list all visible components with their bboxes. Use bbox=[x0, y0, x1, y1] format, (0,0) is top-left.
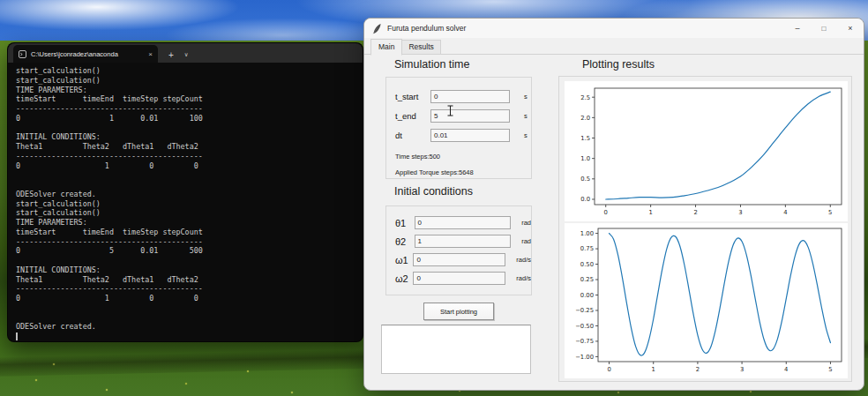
svg-text:1.0: 1.0 bbox=[580, 155, 590, 162]
t_end-label: t_end bbox=[395, 111, 430, 121]
tab-results[interactable]: Results bbox=[401, 40, 440, 55]
terminal-output[interactable]: start_calculation() start_calculation() … bbox=[8, 63, 363, 341]
plotting-results-heading: Plotting results bbox=[582, 58, 655, 71]
omega1-unit: rad/s bbox=[516, 256, 531, 264]
minimize-icon[interactable]: – bbox=[784, 19, 811, 38]
terminal-cursor bbox=[16, 332, 18, 340]
omega1-row: ω10rad/s bbox=[395, 250, 531, 269]
svg-text:0.75: 0.75 bbox=[580, 245, 594, 252]
t_end-input[interactable]: 5 bbox=[430, 109, 510, 123]
svg-text:−0.50: −0.50 bbox=[575, 323, 594, 330]
desktop: C:\Users\jconradez\anaconda × + ∨ start_… bbox=[0, 0, 868, 396]
svg-text:2.5: 2.5 bbox=[580, 94, 590, 101]
theta1-input[interactable]: 0 bbox=[415, 216, 512, 229]
theta2-plot: 012345−1.00−0.75−0.50−0.250.000.250.500.… bbox=[565, 223, 848, 378]
svg-text:−0.25: −0.25 bbox=[575, 307, 594, 314]
terminal-window: C:\Users\jconradez\anaconda × + ∨ start_… bbox=[7, 42, 363, 342]
svg-text:4: 4 bbox=[783, 209, 787, 216]
svg-text:3: 3 bbox=[740, 366, 744, 373]
terminal-tab-bar: C:\Users\jconradez\anaconda × + ∨ bbox=[8, 43, 363, 63]
sim-info-0: Time steps:500 bbox=[395, 153, 531, 161]
app-tabrow: MainResults bbox=[364, 38, 864, 55]
t_end-row: t_end5s bbox=[395, 106, 531, 125]
omega2-label: ω2 bbox=[395, 273, 413, 284]
theta2-label: θ2 bbox=[395, 236, 415, 247]
app-titlebar: Furuta pendulum solver – □ × bbox=[364, 19, 864, 38]
svg-text:0.50: 0.50 bbox=[580, 261, 594, 268]
svg-text:5: 5 bbox=[828, 209, 832, 216]
svg-text:1: 1 bbox=[648, 209, 652, 216]
initial-conditions-group: θ10radθ21radω10rad/sω20rad/s bbox=[385, 205, 532, 295]
theta2-input[interactable]: 1 bbox=[415, 235, 512, 248]
svg-text:2: 2 bbox=[696, 366, 700, 373]
theta1-plot: 0123450.00.51.01.52.02.5 bbox=[565, 81, 848, 221]
t_start-label: t_start bbox=[395, 92, 430, 101]
svg-text:5: 5 bbox=[828, 366, 832, 373]
t_start-input[interactable]: 0 bbox=[430, 90, 510, 103]
close-icon[interactable]: × bbox=[837, 19, 864, 38]
svg-text:0.0: 0.0 bbox=[580, 196, 590, 203]
sim-info-1: Applied Torque steps:5648 bbox=[395, 168, 531, 176]
svg-text:−0.75: −0.75 bbox=[575, 338, 594, 345]
terminal-tab[interactable]: C:\Users\jconradez\anaconda × bbox=[13, 45, 158, 63]
svg-text:0.25: 0.25 bbox=[580, 276, 594, 283]
omega1-input[interactable]: 0 bbox=[413, 253, 505, 266]
terminal-tab-title: C:\Users\jconradez\anaconda bbox=[31, 50, 144, 58]
simulation-time-heading: Simulation time bbox=[394, 58, 469, 71]
omega1-label: ω1 bbox=[395, 255, 413, 265]
svg-text:0.00: 0.00 bbox=[580, 292, 594, 299]
theta2-unit: rad bbox=[521, 237, 531, 245]
svg-text:0: 0 bbox=[607, 366, 610, 373]
app-window: Furuta pendulum solver – □ × MainResults… bbox=[363, 18, 864, 391]
svg-text:0: 0 bbox=[604, 209, 608, 216]
t_end-unit: s bbox=[524, 112, 528, 120]
close-tab-icon[interactable]: × bbox=[148, 50, 153, 58]
theta1-row: θ10rad bbox=[395, 213, 531, 232]
start-plotting-button[interactable]: Start plotting bbox=[423, 303, 494, 320]
t_start-unit: s bbox=[524, 93, 528, 101]
window-controls: – □ × bbox=[784, 19, 864, 38]
svg-text:0.5: 0.5 bbox=[580, 176, 590, 183]
svg-text:1.00: 1.00 bbox=[580, 230, 594, 237]
initial-conditions-heading: Initial conditions bbox=[394, 185, 473, 198]
theta2-row: θ21rad bbox=[395, 232, 531, 250]
terminal-text: start_calculation() start_calculation() … bbox=[16, 66, 363, 332]
theta1-unit: rad bbox=[521, 219, 531, 227]
maximize-icon[interactable]: □ bbox=[811, 19, 837, 38]
message-listbox[interactable] bbox=[381, 325, 531, 374]
app-title: Furuta pendulum solver bbox=[387, 24, 466, 33]
dt-unit: s bbox=[524, 131, 528, 139]
plotting-results-group: 0123450.00.51.01.52.02.5 012345−1.00−0.7… bbox=[558, 76, 852, 382]
tab-main[interactable]: Main bbox=[370, 39, 402, 56]
tab-dropdown-icon[interactable]: ∨ bbox=[184, 51, 189, 58]
svg-text:1: 1 bbox=[652, 366, 655, 373]
dt-label: dt bbox=[395, 131, 430, 140]
text-cursor-pointer bbox=[446, 104, 454, 120]
svg-text:3: 3 bbox=[738, 209, 742, 216]
omega2-row: ω20rad/s bbox=[395, 269, 531, 288]
omega2-unit: rad/s bbox=[516, 274, 531, 282]
console-icon bbox=[19, 46, 26, 62]
python-icon bbox=[372, 23, 382, 34]
svg-text:1.5: 1.5 bbox=[580, 135, 590, 142]
theta1-label: θ1 bbox=[395, 218, 415, 228]
svg-text:−1.00: −1.00 bbox=[575, 354, 594, 361]
svg-text:2.0: 2.0 bbox=[580, 115, 590, 122]
new-tab-button[interactable]: + bbox=[168, 50, 174, 60]
svg-text:2: 2 bbox=[693, 209, 697, 216]
svg-text:4: 4 bbox=[784, 366, 788, 373]
simulation-time-group: t_start0st_end5sdt0.01sTime steps:500App… bbox=[385, 77, 532, 179]
t_start-row: t_start0s bbox=[395, 86, 531, 106]
dt-row: dt0.01s bbox=[395, 125, 531, 145]
omega2-input[interactable]: 0 bbox=[413, 272, 505, 285]
wallpaper-flowers bbox=[0, 0, 2, 2]
dt-input[interactable]: 0.01 bbox=[430, 129, 510, 142]
